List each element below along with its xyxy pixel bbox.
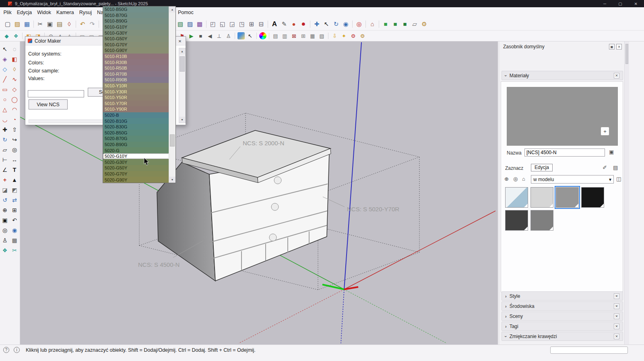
- position-camera-icon[interactable]: ◎: [0, 226, 9, 235]
- tab-edit[interactable]: Edycja: [531, 164, 553, 171]
- plan-tool-icon[interactable]: ◳: [237, 20, 246, 29]
- plan-tool-icon[interactable]: ⊟: [257, 20, 266, 29]
- eraser-icon[interactable]: ◊: [10, 65, 19, 74]
- orbit-icon[interactable]: ↺: [0, 196, 9, 204]
- close-icon[interactable]: ✕: [614, 293, 619, 299]
- select-cursor-icon[interactable]: ↖: [246, 32, 254, 40]
- material-light-gray[interactable]: [530, 187, 553, 208]
- axes-icon[interactable]: +: [0, 175, 9, 184]
- tab-select[interactable]: Zaznacz: [505, 165, 523, 171]
- section-plane-icon[interactable]: ◪: [0, 186, 9, 194]
- ncs-color-option[interactable]: 5010-G70Y: [103, 42, 169, 48]
- texture-page-icon[interactable]: ▤: [613, 165, 618, 171]
- plan-tool-icon[interactable]: ◱: [218, 20, 227, 29]
- push-pull-icon[interactable]: ⇧: [10, 125, 19, 134]
- ncs-color-option[interactable]: 5010-G90Y: [103, 47, 169, 54]
- ncs-color-option[interactable]: 5010-B50G: [103, 6, 169, 12]
- color-wheel-icon[interactable]: [259, 32, 266, 39]
- ncs-color-option[interactable]: 5010-R50B: [103, 65, 169, 71]
- arc-icon[interactable]: ◠: [10, 105, 19, 114]
- follow-me-icon[interactable]: ↪: [10, 135, 19, 144]
- sandbox-icon[interactable]: ✦: [340, 32, 348, 40]
- component-cube-icon[interactable]: ■: [381, 20, 390, 29]
- maximize-button[interactable]: ▢: [618, 2, 622, 6]
- paint-bucket-icon[interactable]: ◧: [10, 55, 19, 64]
- separator[interactable]: [235, 33, 235, 39]
- look-nav-icon[interactable]: ◉: [341, 20, 350, 29]
- section-display-icon[interactable]: ▩: [10, 236, 19, 245]
- lasso-icon[interactable]: ◌: [10, 45, 19, 54]
- add-material-icon[interactable]: ⊕: [504, 176, 509, 182]
- polygon-icon[interactable]: △: [0, 105, 9, 114]
- freehand-icon[interactable]: ∿: [10, 75, 19, 84]
- redo-icon[interactable]: ↷: [88, 20, 97, 29]
- panel-icon[interactable]: ⊠: [290, 32, 298, 40]
- pan-icon[interactable]: ⇄: [10, 196, 19, 204]
- measurements-box[interactable]: [550, 347, 628, 354]
- close-icon[interactable]: ✕: [614, 314, 619, 319]
- orbit-nav-icon[interactable]: ↻: [332, 20, 341, 29]
- rectangle-icon[interactable]: ▭: [0, 85, 9, 94]
- separator[interactable]: [328, 33, 328, 39]
- ncs-color-option[interactable]: 5010-R30B: [103, 59, 169, 65]
- tape-measure-icon[interactable]: ⊢: [0, 155, 9, 164]
- ncs-color-option[interactable]: 5010-G30Y: [103, 30, 169, 36]
- section-fill-icon[interactable]: ◩: [10, 186, 19, 194]
- ncs-color-option[interactable]: 5020-G10Y: [103, 153, 169, 159]
- menu-item[interactable]: Edycja: [14, 7, 35, 18]
- import-icon[interactable]: ⇩: [330, 32, 339, 40]
- erase-icon[interactable]: ◊: [65, 20, 74, 29]
- two-point-arc-icon[interactable]: ◡: [0, 115, 9, 124]
- walk-tool-icon[interactable]: ♙: [224, 32, 233, 40]
- scale-box-icon[interactable]: ▱: [410, 20, 419, 29]
- separator[interactable]: [22, 33, 23, 39]
- ncs-color-option[interactable]: 5010-Y70R: [103, 101, 169, 107]
- previous-view-icon[interactable]: ↶: [10, 216, 19, 225]
- pan-view-icon[interactable]: ✚: [312, 20, 321, 29]
- ncs-color-option[interactable]: 5020-B50G: [103, 130, 169, 136]
- ncs-color-option[interactable]: 5010-Y30R: [103, 89, 169, 95]
- tray-scrollbar-thumb[interactable]: [625, 44, 628, 64]
- separator[interactable]: [379, 21, 379, 28]
- materials-section-header[interactable]: › Materiały ✕: [502, 71, 623, 80]
- settings-gear-icon[interactable]: ⚙: [420, 20, 429, 29]
- close-icon[interactable]: ✕: [614, 73, 619, 78]
- component-cube-icon[interactable]: ■: [400, 20, 409, 29]
- color-search-input[interactable]: [28, 90, 84, 97]
- separator[interactable]: [269, 33, 269, 39]
- material-mid-gray[interactable]: [530, 210, 553, 231]
- protractor-icon[interactable]: ∠: [0, 165, 9, 174]
- material-scope-dropdown[interactable]: w modelu ▾: [531, 175, 614, 184]
- menu-item[interactable]: Pomoc: [175, 7, 196, 18]
- ncs-color-option[interactable]: 5010-Y90R: [103, 106, 169, 112]
- tray-section[interactable]: › Sceny ✕: [502, 311, 623, 321]
- scrollbar-thumb[interactable]: [180, 56, 185, 72]
- tag-tool-icon[interactable]: ◇: [0, 65, 9, 74]
- ncs-color-option[interactable]: 5010-B90G: [103, 18, 169, 24]
- ncs-color-option[interactable]: 5020-G: [103, 147, 169, 153]
- tray-close-icon[interactable]: ✕: [616, 44, 622, 50]
- paint-sample-icon[interactable]: ●: [289, 20, 298, 29]
- teal-tool-icon[interactable]: ◆: [2, 32, 11, 40]
- material-picker-button[interactable]: +: [601, 127, 609, 136]
- no-paint-icon[interactable]: ●: [299, 20, 308, 29]
- tray-section[interactable]: › Style ✕: [502, 291, 623, 301]
- scroll-down-icon[interactable]: ▼: [169, 177, 175, 183]
- menu-item[interactable]: Plik: [1, 7, 14, 18]
- ncs-color-option[interactable]: 5020-G30Y: [103, 159, 169, 165]
- close-icon[interactable]: ✕: [614, 303, 619, 309]
- scale-icon[interactable]: ▱: [0, 145, 9, 154]
- info-icon[interactable]: i: [14, 347, 20, 353]
- previous-scene-icon[interactable]: ◀: [206, 32, 214, 40]
- ellipse-icon[interactable]: ◯: [10, 95, 19, 104]
- separator[interactable]: [352, 21, 353, 28]
- look-around-icon[interactable]: ◉: [10, 226, 19, 235]
- ncs-color-option[interactable]: 5020-B90G: [103, 142, 169, 148]
- ncs-color-option[interactable]: 5020-G70Y: [103, 171, 169, 177]
- panel-icon[interactable]: ⊞: [299, 32, 308, 40]
- minimize-button[interactable]: ─: [603, 2, 606, 6]
- close-button[interactable]: ✕: [634, 2, 638, 6]
- circle-icon[interactable]: ○: [0, 95, 9, 104]
- red-target-icon[interactable]: ◎: [355, 20, 363, 29]
- tray-scrollbar[interactable]: [624, 41, 629, 344]
